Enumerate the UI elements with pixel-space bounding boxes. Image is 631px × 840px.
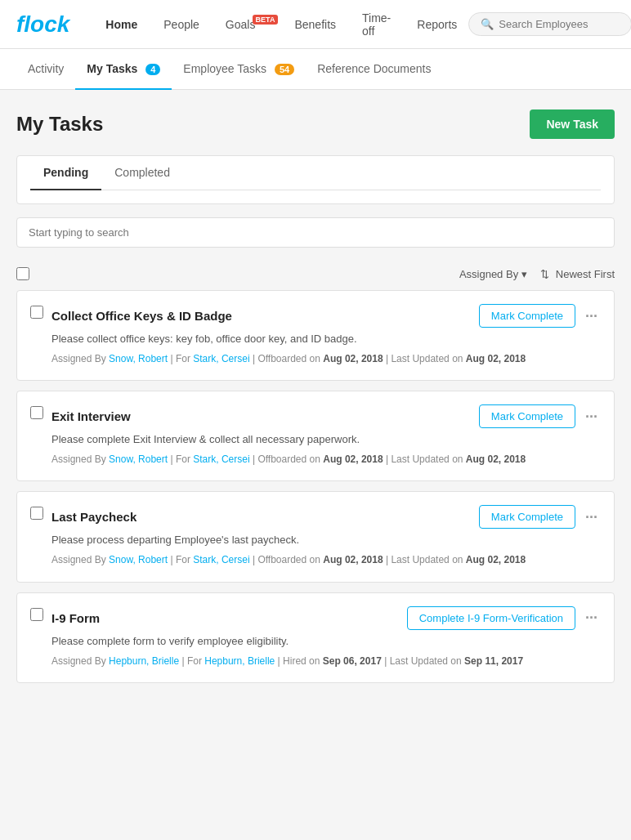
task-actions: Complete I-9 Form-Verification ···: [407, 606, 601, 630]
my-tasks-badge: 4: [145, 64, 160, 75]
task-title: Last Paycheck: [51, 510, 136, 524]
for-link[interactable]: Stark, Cersei: [193, 554, 249, 565]
logo[interactable]: flock: [16, 11, 69, 38]
page-header: My Tasks New Task: [16, 109, 615, 139]
assigned-by-filter[interactable]: Assigned By ▾: [459, 268, 527, 280]
task-top: I-9 Form Complete I-9 Form-Verification …: [30, 606, 601, 669]
chevron-down-icon: ▾: [521, 268, 527, 280]
sort-order[interactable]: ⇅ Newest First: [540, 268, 615, 280]
task-meta: Assigned By Snow, Robert | For Stark, Ce…: [51, 351, 601, 367]
task-title-row: Exit Interview Mark Complete ···: [51, 404, 601, 428]
subtabs-container: Pending Completed: [16, 155, 615, 204]
tab-my-tasks[interactable]: My Tasks 4: [75, 49, 172, 90]
task-top: Last Paycheck Mark Complete ··· Please p…: [30, 505, 601, 568]
assigned-by-link[interactable]: Snow, Robert: [109, 454, 168, 465]
nav-item-goals[interactable]: Goals BETA: [214, 11, 280, 38]
sort-controls: Assigned By ▾ ⇅ Newest First: [459, 268, 615, 280]
task-card: I-9 Form Complete I-9 Form-Verification …: [16, 592, 615, 683]
new-task-button[interactable]: New Task: [530, 109, 615, 139]
employee-tasks-badge: 54: [275, 64, 294, 75]
task-description: Please complete form to verify employee …: [51, 635, 601, 647]
task-top: Collect Office Keys & ID Badge Mark Comp…: [30, 304, 601, 367]
nav-right: 🔍 🔔 4 ? Robert ▾: [468, 11, 631, 38]
tabs-bar: Activity My Tasks 4 Employee Tasks 54 Re…: [0, 49, 631, 90]
more-options-button[interactable]: ···: [582, 507, 601, 528]
task-meta: Assigned By Hepburn, Brielle | For Hepbu…: [51, 654, 601, 669]
task-title: I-9 Form: [51, 611, 100, 625]
task-checkbox[interactable]: [30, 306, 43, 319]
task-title: Exit Interview: [51, 409, 131, 423]
task-content: Collect Office Keys & ID Badge Mark Comp…: [51, 304, 601, 367]
main-content: My Tasks New Task Pending Completed Assi…: [0, 90, 631, 831]
task-description: Please complete Exit Interview & collect…: [51, 433, 601, 445]
mark-complete-button[interactable]: Mark Complete: [479, 404, 575, 428]
more-options-button[interactable]: ···: [582, 306, 601, 327]
task-checkbox[interactable]: [30, 608, 43, 621]
nav-links: Home People Goals BETA Benefits Time-off…: [94, 5, 468, 44]
task-card: Collect Office Keys & ID Badge Mark Comp…: [16, 290, 615, 381]
task-content: I-9 Form Complete I-9 Form-Verification …: [51, 606, 601, 669]
task-checkbox[interactable]: [30, 406, 43, 419]
task-content: Exit Interview Mark Complete ··· Please …: [51, 404, 601, 467]
page-title: My Tasks: [16, 113, 103, 136]
tab-reference-documents[interactable]: Reference Documents: [306, 49, 442, 90]
tab-employee-tasks[interactable]: Employee Tasks 54: [172, 49, 306, 90]
for-link[interactable]: Stark, Cersei: [193, 353, 249, 364]
subtabs: Pending Completed: [30, 156, 601, 190]
task-title-row: Collect Office Keys & ID Badge Mark Comp…: [51, 304, 601, 328]
task-search-input[interactable]: [16, 217, 615, 248]
for-link[interactable]: Hepburn, Brielle: [204, 655, 275, 667]
mark-complete-button[interactable]: Mark Complete: [479, 304, 575, 328]
tab-activity[interactable]: Activity: [16, 49, 75, 90]
mark-complete-button[interactable]: Mark Complete: [479, 505, 575, 529]
task-description: Please collect office keys: key fob, off…: [51, 333, 601, 345]
task-title-row: Last Paycheck Mark Complete ···: [51, 505, 601, 529]
sort-icon: ⇅: [540, 268, 549, 280]
task-description: Please process departing Employee's last…: [51, 534, 601, 546]
top-navigation: flock Home People Goals BETA Benefits Ti…: [0, 0, 631, 49]
nav-item-reports[interactable]: Reports: [405, 11, 468, 38]
task-list-header: Assigned By ▾ ⇅ Newest First: [16, 261, 615, 287]
task-actions: Mark Complete ···: [479, 304, 601, 328]
nav-item-people[interactable]: People: [152, 11, 211, 38]
complete-i9-button[interactable]: Complete I-9 Form-Verification: [407, 606, 575, 630]
nav-item-benefits[interactable]: Benefits: [283, 11, 347, 38]
assigned-by-link[interactable]: Snow, Robert: [109, 353, 168, 364]
task-meta: Assigned By Snow, Robert | For Stark, Ce…: [51, 452, 601, 467]
subtab-pending[interactable]: Pending: [30, 156, 101, 190]
task-title: Collect Office Keys & ID Badge: [51, 309, 232, 323]
assigned-by-link[interactable]: Hepburn, Brielle: [109, 655, 179, 667]
for-link[interactable]: Stark, Cersei: [193, 454, 249, 465]
task-checkbox[interactable]: [30, 507, 43, 520]
more-options-button[interactable]: ···: [582, 406, 601, 427]
task-content: Last Paycheck Mark Complete ··· Please p…: [51, 505, 601, 568]
nav-item-timeoff[interactable]: Time-off: [351, 5, 402, 44]
task-card: Exit Interview Mark Complete ··· Please …: [16, 391, 615, 481]
assigned-by-link[interactable]: Snow, Robert: [109, 554, 168, 565]
task-top: Exit Interview Mark Complete ··· Please …: [30, 404, 601, 467]
nav-item-home[interactable]: Home: [94, 11, 149, 38]
search-icon: 🔍: [481, 18, 494, 30]
search-box[interactable]: 🔍: [468, 12, 631, 36]
task-title-row: I-9 Form Complete I-9 Form-Verification …: [51, 606, 601, 630]
task-actions: Mark Complete ···: [479, 505, 601, 529]
task-actions: Mark Complete ···: [479, 404, 601, 428]
more-options-button[interactable]: ···: [582, 607, 601, 628]
task-card: Last Paycheck Mark Complete ··· Please p…: [16, 491, 615, 582]
select-all-checkbox[interactable]: [16, 267, 29, 280]
search-input[interactable]: [499, 18, 620, 30]
task-meta: Assigned By Snow, Robert | For Stark, Ce…: [51, 552, 601, 568]
subtab-completed[interactable]: Completed: [101, 156, 183, 190]
